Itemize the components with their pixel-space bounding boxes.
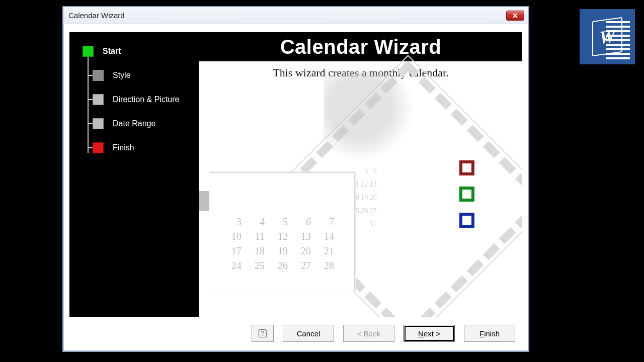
step-finish-label: Finish [113,143,134,152]
step-daterange-marker [93,118,104,129]
back-button: < Back [343,325,394,342]
minical-cell: 20 [297,245,311,257]
word-doc-lines [606,21,630,59]
next-button[interactable]: Next > [404,325,455,342]
swatch-blue [459,213,474,228]
minical-cell: 7 [320,216,334,228]
minical-cell: 21 [320,245,334,257]
minical-cell: 11 [251,231,265,242]
minical-cell: 26 [274,260,288,272]
swatch-green [459,187,474,202]
step-daterange-label: Date Range [113,119,155,128]
step-start[interactable]: Start [69,39,199,63]
wizard-window: Calendar Wizard Start Style [62,6,529,352]
minical-tab [199,191,209,211]
color-swatches [459,160,474,228]
step-start-marker [83,46,94,57]
step-rail: Start Style Direction & Picture Date Ran… [69,32,199,317]
step-style-label: Style [113,71,131,80]
cancel-button[interactable]: Cancel [283,325,334,342]
word-app-icon: W [580,9,635,64]
minical-cell: 17 [227,245,242,257]
minical-cell: 25 [251,260,265,272]
finish-label: Finish [479,329,500,338]
step-style-marker [93,70,104,81]
help-icon [258,328,268,338]
step-date-range[interactable]: Date Range [69,112,199,136]
minical-cell: 3 [227,216,242,228]
minical-cell: 19 [274,245,288,257]
minical-cell: 6 [297,216,311,228]
svg-point-1 [262,335,263,336]
step-direction-marker [93,94,104,105]
window-title: Calendar Wizard [68,11,125,20]
back-label: < Back [357,329,380,338]
step-style[interactable]: Style [69,63,199,87]
titlebar: Calendar Wizard [63,7,528,24]
step-finish[interactable]: Finish [69,136,199,160]
wizard-body: Start Style Direction & Picture Date Ran… [69,32,522,317]
minical-cell: 24 [227,260,242,272]
minical-cell: 10 [227,231,242,242]
step-direction-picture[interactable]: Direction & Picture [69,87,199,112]
finish-button[interactable]: Finish [464,325,515,342]
minical-cell: 14 [320,231,334,242]
minical-grid: 3 4 5 6 7 10 11 12 13 14 17 [218,213,343,275]
content-panel: Calendar Wizard This wizard creates a mo… [199,32,522,317]
next-label: Next > [418,329,440,338]
step-finish-marker [93,142,104,153]
help-button[interactable] [252,325,274,342]
panel-banner: Calendar Wizard [199,32,522,61]
minical-cell: 4 [251,216,265,228]
minical-cell: 5 [274,216,288,228]
minical-cell: 13 [297,231,311,242]
minical-cell: 27 [297,260,311,272]
minical-cell: 28 [320,260,334,272]
calendar-preview-front: 3 4 5 6 7 10 11 12 13 14 17 [209,172,355,291]
close-button[interactable] [506,11,524,21]
button-bar: Cancel < Back Next > Finish [69,323,522,344]
close-icon [512,13,518,19]
step-start-label: Start [103,47,121,56]
minical-cell: 18 [251,245,265,257]
swatch-red [459,160,474,175]
minical-cell: 12 [274,231,288,242]
step-direction-label: Direction & Picture [113,95,180,104]
